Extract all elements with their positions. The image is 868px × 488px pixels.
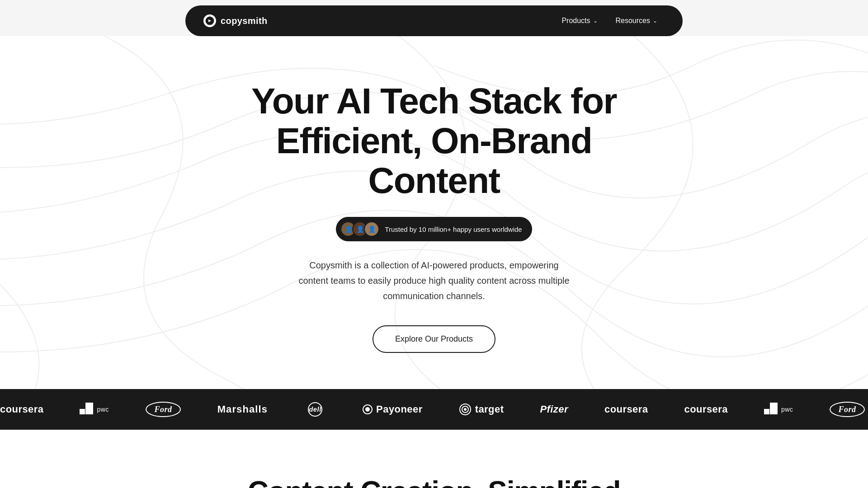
nav-wrapper: copysmith Products ⌄ Resources ⌄ (0, 0, 868, 36)
cta-label: Explore Our Products (395, 334, 473, 343)
trust-text: Trusted by 10 million+ happy users world… (385, 225, 522, 233)
navbar: copysmith Products ⌄ Resources ⌄ (185, 5, 683, 36)
logo-icon (203, 14, 216, 27)
logo-text: copysmith (221, 16, 268, 26)
svg-text:Ford: Ford (838, 405, 856, 414)
brand-coursera-1: coursera (0, 404, 43, 415)
trust-avatar-3: 👤 (364, 221, 379, 237)
cta-button[interactable]: Explore Our Products (373, 325, 495, 353)
brand-bar-inner: coursera pwc Ford Marshalls dell Payonee… (0, 402, 868, 417)
products-chevron-icon: ⌄ (593, 18, 598, 24)
brand-pwc-2: pwc (764, 403, 793, 416)
brand-ford: Ford (145, 402, 181, 417)
svg-text:dell: dell (309, 405, 321, 413)
trust-avatars: 👤 👤 👤 (340, 221, 379, 237)
hero-title-line2: Efficient, On-Brand Content (276, 121, 592, 201)
trust-badge: 👤 👤 👤 Trusted by 10 million+ happy users… (336, 217, 532, 241)
brand-pwc: pwc (80, 403, 108, 416)
resources-chevron-icon: ⌄ (653, 18, 657, 24)
svg-point-11 (464, 408, 467, 411)
content-creation-title: Content Creation, Simplified (0, 475, 868, 488)
svg-rect-13 (770, 403, 778, 414)
content-creation-section: Content Creation, Simplified Copysmith's… (0, 430, 868, 488)
brand-ford-2: Ford (829, 402, 865, 417)
brand-payoneer: Payoneer (363, 404, 423, 415)
brand-coursera-2: coursera (604, 404, 648, 415)
brand-bar: coursera pwc Ford Marshalls dell Payonee… (0, 389, 868, 430)
svg-rect-1 (80, 409, 85, 414)
logo[interactable]: copysmith (203, 14, 268, 27)
nav-links: Products ⌄ Resources ⌄ (554, 13, 665, 28)
hero-section: Your AI Tech Stack for Efficient, On-Bra… (0, 36, 868, 389)
nav-resources-link[interactable]: Resources ⌄ (609, 13, 665, 28)
nav-resources-label: Resources (616, 17, 650, 25)
hero-content: Your AI Tech Stack for Efficient, On-Bra… (208, 81, 660, 353)
svg-rect-2 (85, 403, 93, 414)
svg-text:Ford: Ford (154, 405, 172, 414)
hero-description: Copysmith is a collection of AI-powered … (298, 258, 570, 304)
svg-rect-12 (764, 409, 769, 414)
nav-products-link[interactable]: Products ⌄ (554, 13, 604, 28)
brand-coursera-3: coursera (684, 404, 727, 415)
brand-marshalls: Marshalls (217, 404, 268, 415)
hero-title: Your AI Tech Stack for Efficient, On-Bra… (208, 81, 660, 201)
brand-pfizer: Pfizer (540, 404, 568, 415)
hero-title-line1: Your AI Tech Stack for (251, 81, 617, 121)
nav-products-label: Products (561, 17, 590, 25)
svg-point-8 (365, 407, 370, 412)
brand-target: target (459, 403, 504, 416)
brand-dell: dell (304, 402, 326, 417)
